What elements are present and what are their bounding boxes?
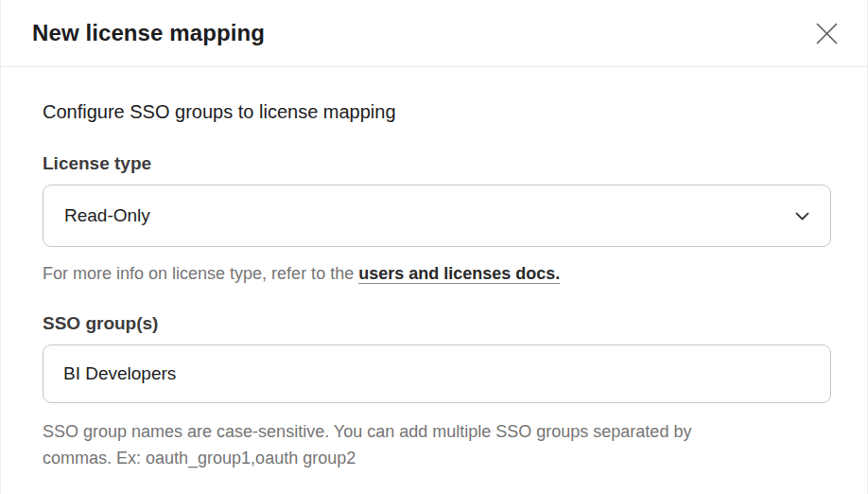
license-type-selected-value: Read-Only: [64, 205, 150, 226]
chevron-down-icon: [795, 212, 809, 221]
new-license-mapping-modal: New license mapping Configure SSO groups…: [0, 0, 868, 494]
sso-groups-label: SSO group(s): [43, 313, 829, 334]
close-button[interactable]: [811, 18, 842, 48]
modal-header: New license mapping: [1, 0, 867, 67]
close-icon: [815, 22, 839, 45]
modal-title: New license mapping: [32, 20, 265, 46]
modal-body: Configure SSO groups to license mapping …: [1, 67, 867, 472]
license-type-help-prefix: For more info on license type, refer to …: [43, 264, 358, 283]
sso-groups-input[interactable]: [43, 344, 831, 403]
license-type-field: License type Read-Only For more info on …: [43, 153, 829, 286]
form-heading: Configure SSO groups to license mapping: [43, 101, 829, 123]
sso-groups-help: SSO group names are case-sensitive. You …: [43, 419, 761, 472]
sso-groups-field: SSO group(s) SSO group names are case-se…: [43, 313, 829, 472]
license-type-label: License type: [43, 153, 829, 174]
license-type-help: For more info on license type, refer to …: [43, 261, 761, 286]
users-and-licenses-docs-link[interactable]: users and licenses docs.: [358, 264, 560, 283]
license-type-select[interactable]: Read-Only: [43, 185, 831, 247]
